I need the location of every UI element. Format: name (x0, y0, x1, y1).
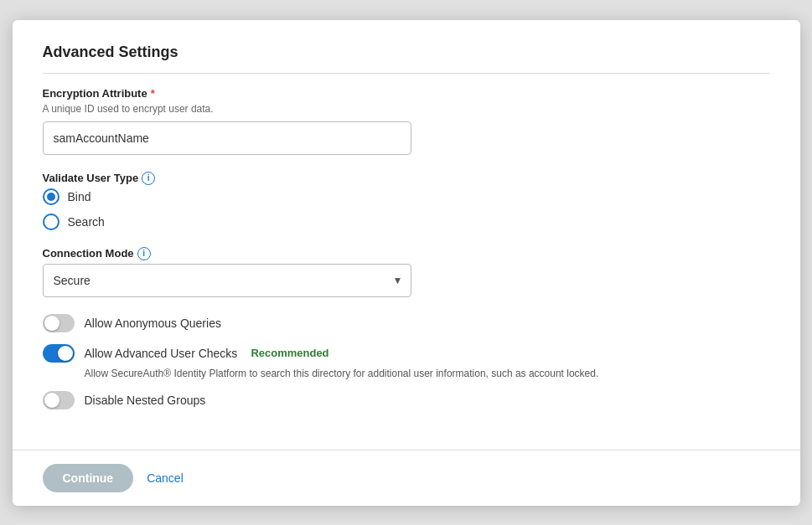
allow-advanced-label: Allow Advanced User Checks (85, 347, 238, 360)
radio-option-bind[interactable]: Bind (43, 188, 770, 205)
disable-nested-row: Disable Nested Groups (43, 391, 770, 409)
allow-advanced-track (43, 344, 75, 363)
validate-user-type-radio-group: Bind Search (43, 188, 770, 230)
connection-mode-select-wrapper: Secure Standard LDAPS ▼ (43, 264, 411, 297)
allow-anonymous-thumb (44, 316, 59, 331)
radio-bind-dot (47, 193, 55, 201)
disable-nested-thumb (44, 393, 59, 408)
encryption-attribute-hint: A unique ID used to encrypt user data. (43, 103, 770, 115)
validate-user-type-label: Validate User Type i (43, 172, 770, 185)
allow-advanced-thumb (58, 346, 73, 361)
allow-anonymous-track (43, 314, 75, 332)
encryption-attribute-group: Encryption Attribute * A unique ID used … (43, 87, 770, 155)
recommended-badge: Recommended (251, 347, 328, 359)
dialog-body: Advanced Settings Encryption Attribute *… (13, 20, 800, 450)
connection-mode-label: Connection Mode i (43, 247, 770, 260)
validate-user-type-info-icon[interactable]: i (142, 172, 155, 185)
encryption-attribute-label: Encryption Attribute * (43, 87, 770, 100)
encryption-attribute-input[interactable] (43, 121, 411, 155)
advanced-settings-dialog: Advanced Settings Encryption Attribute *… (13, 20, 800, 506)
allow-anonymous-row: Allow Anonymous Queries (43, 314, 770, 332)
allow-advanced-description: Allow SecureAuth® Identity Platform to s… (85, 368, 770, 379)
connection-mode-select[interactable]: Secure Standard LDAPS (43, 264, 411, 297)
allow-anonymous-label: Allow Anonymous Queries (85, 317, 221, 330)
validate-user-type-group: Validate User Type i Bind Search (43, 172, 770, 230)
dialog-footer: Continue Cancel (13, 450, 800, 506)
radio-option-search[interactable]: Search (43, 214, 770, 230)
required-indicator: * (151, 87, 155, 100)
connection-mode-info-icon[interactable]: i (137, 247, 151, 260)
radio-bind-label: Bind (68, 190, 91, 203)
disable-nested-track (43, 391, 75, 409)
connection-mode-group: Connection Mode i Secure Standard LDAPS … (43, 247, 770, 297)
radio-search-label: Search (68, 215, 105, 229)
dialog-title: Advanced Settings (43, 44, 770, 74)
continue-button[interactable]: Continue (43, 464, 134, 492)
disable-nested-label: Disable Nested Groups (85, 394, 206, 407)
disable-nested-toggle[interactable] (43, 391, 75, 409)
allow-advanced-row: Allow Advanced User Checks Recommended (43, 344, 770, 363)
allow-advanced-toggle[interactable] (43, 344, 75, 363)
radio-search-circle (43, 214, 59, 230)
allow-anonymous-toggle[interactable] (43, 314, 75, 332)
cancel-button[interactable]: Cancel (147, 471, 184, 485)
radio-bind-circle (43, 188, 59, 205)
